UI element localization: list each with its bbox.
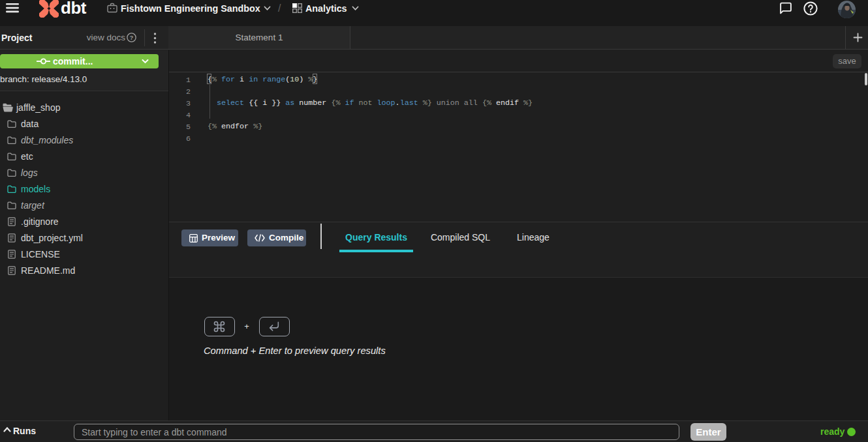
svg-text:?: ?	[130, 35, 134, 41]
